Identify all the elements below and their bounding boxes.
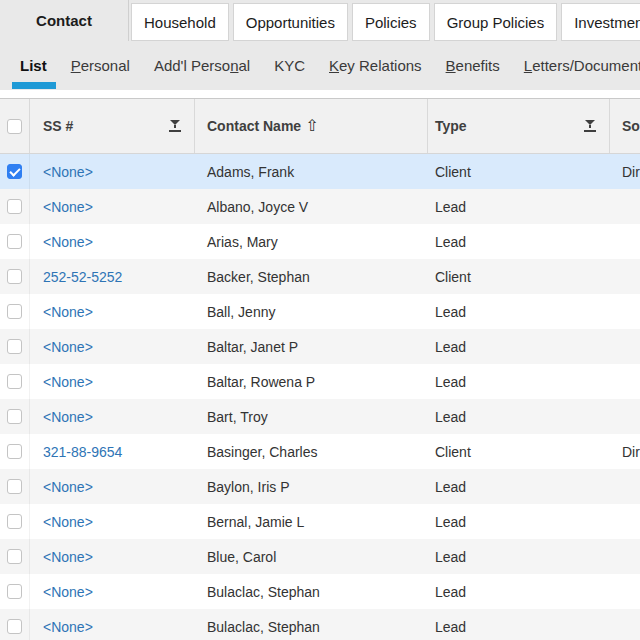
row-checkbox[interactable] — [7, 444, 22, 459]
row-checkbox-cell — [0, 399, 30, 434]
sub-tab-bar: ListPersonalAdd'l PersonalKYCKey Relatio… — [0, 41, 640, 90]
subtab-benefits[interactable]: Benefits — [446, 56, 500, 76]
row-checkbox-cell — [0, 364, 30, 399]
row-checkbox[interactable] — [7, 479, 22, 494]
contact-name-cell: Bulaclac, Stephan — [195, 584, 428, 600]
tab-opportunities[interactable]: Opportunities — [233, 3, 348, 41]
table-row[interactable]: <None>Bulaclac, StephanLead — [0, 574, 640, 609]
contact-name-cell: Adams, Frank — [195, 164, 428, 180]
ssn-link[interactable]: <None> — [43, 549, 93, 565]
ssn-link[interactable]: 321-88-9654 — [43, 444, 122, 460]
table-body: <None>Adams, FrankClientDirect<None>Alba… — [0, 154, 640, 640]
ssn-cell: <None> — [30, 374, 195, 390]
type-cell: Lead — [428, 339, 610, 355]
table-row[interactable]: <None>Ball, JennyLead — [0, 294, 640, 329]
tab-investment-accounts[interactable]: Investment Accounts — [561, 3, 640, 41]
contact-name-cell: Basinger, Charles — [195, 444, 428, 460]
table-row[interactable]: <None>Baltar, Janet PLead — [0, 329, 640, 364]
ssn-link[interactable]: 252-52-5252 — [43, 269, 122, 285]
table-row[interactable]: <None>Albano, Joyce VLead — [0, 189, 640, 224]
ssn-cell: <None> — [30, 199, 195, 215]
table-row[interactable]: <None>Bart, TroyLead — [0, 399, 640, 434]
contact-list-screen: ContactHouseholdOpportunitiesPoliciesGro… — [0, 0, 640, 640]
row-checkbox[interactable] — [7, 514, 22, 529]
subtab-personal[interactable]: Personal — [71, 56, 130, 76]
column-header-contact-name-label: Contact Name — [207, 118, 301, 134]
table-row[interactable]: <None>Baltar, Rowena PLead — [0, 364, 640, 399]
column-header-source[interactable]: Source — [610, 99, 640, 153]
ssn-link[interactable]: <None> — [43, 409, 93, 425]
column-header-contact-name[interactable]: Contact Name ⇧ — [195, 99, 428, 153]
subtab-list[interactable]: List — [20, 56, 47, 76]
row-checkbox[interactable] — [7, 339, 22, 354]
table-row[interactable]: <None>Arias, MaryLead — [0, 224, 640, 259]
type-cell: Lead — [428, 584, 610, 600]
ssn-link[interactable]: <None> — [43, 199, 93, 215]
ssn-link[interactable]: <None> — [43, 619, 93, 635]
type-cell: Lead — [428, 549, 610, 565]
row-checkbox-cell — [0, 224, 30, 259]
tab-household[interactable]: Household — [131, 3, 229, 41]
row-checkbox[interactable] — [7, 619, 22, 634]
contact-name-cell: Ball, Jenny — [195, 304, 428, 320]
row-checkbox-cell — [0, 574, 30, 609]
ssn-link[interactable]: <None> — [43, 374, 93, 390]
contact-name-cell: Albano, Joyce V — [195, 199, 428, 215]
ssn-link[interactable]: <None> — [43, 234, 93, 250]
row-checkbox[interactable] — [7, 304, 22, 319]
column-header-ssn[interactable]: SS # — [30, 99, 195, 153]
ssn-cell: <None> — [30, 549, 195, 565]
select-all-checkbox[interactable] — [7, 119, 22, 134]
type-cell: Lead — [428, 479, 610, 495]
row-checkbox[interactable] — [7, 409, 22, 424]
row-checkbox[interactable] — [7, 584, 22, 599]
table-row[interactable]: <None>Bernal, Jamie LLead — [0, 504, 640, 539]
row-checkbox[interactable] — [7, 374, 22, 389]
type-cell: Lead — [428, 374, 610, 390]
row-checkbox-cell — [0, 154, 30, 189]
funnel-filter-icon[interactable] — [169, 120, 181, 132]
row-checkbox-cell — [0, 469, 30, 504]
subtab-add-l-personal[interactable]: Add'l Personal — [154, 56, 250, 76]
ssn-link[interactable]: <None> — [43, 584, 93, 600]
ssn-link[interactable]: <None> — [43, 479, 93, 495]
ssn-cell: 321-88-9654 — [30, 444, 195, 460]
row-checkbox[interactable] — [7, 164, 22, 179]
type-cell: Client — [428, 444, 610, 460]
table-row[interactable]: <None>Baylon, Iris PLead — [0, 469, 640, 504]
ssn-link[interactable]: <None> — [43, 339, 93, 355]
funnel-filter-icon[interactable] — [584, 120, 596, 132]
ssn-link[interactable]: <None> — [43, 304, 93, 320]
contacts-table: SS # Contact Name ⇧ Type Source <None>Ad… — [0, 98, 640, 640]
table-row[interactable]: 321-88-9654Basinger, CharlesClientDirect — [0, 434, 640, 469]
row-checkbox[interactable] — [7, 269, 22, 284]
column-header-source-label: Source — [622, 118, 640, 134]
type-cell: Lead — [428, 234, 610, 250]
table-row[interactable]: <None>Adams, FrankClientDirect — [0, 154, 640, 189]
type-cell: Lead — [428, 409, 610, 425]
ssn-link[interactable]: <None> — [43, 514, 93, 530]
table-row[interactable]: 252-52-5252Backer, StephanClient — [0, 259, 640, 294]
ssn-cell: <None> — [30, 584, 195, 600]
type-cell: Lead — [428, 199, 610, 215]
row-checkbox-cell — [0, 609, 30, 640]
row-checkbox[interactable] — [7, 549, 22, 564]
row-checkbox[interactable] — [7, 199, 22, 214]
column-header-type[interactable]: Type — [428, 99, 610, 153]
ssn-cell: <None> — [30, 619, 195, 635]
subtab-key-relations[interactable]: Key Relations — [329, 56, 422, 76]
ssn-cell: <None> — [30, 304, 195, 320]
subtab-letters-documents[interactable]: Letters/Documents — [524, 56, 640, 76]
source-cell: Direct — [610, 444, 640, 460]
tab-contact[interactable]: Contact — [0, 0, 129, 41]
table-row[interactable]: <None>Blue, CarolLead — [0, 539, 640, 574]
subtab-kyc[interactable]: KYC — [274, 56, 305, 76]
ssn-link[interactable]: <None> — [43, 164, 93, 180]
tab-group-policies[interactable]: Group Policies — [434, 3, 558, 41]
table-row[interactable]: <None>Bulaclac, StephanLead — [0, 609, 640, 640]
row-checkbox-cell — [0, 189, 30, 224]
row-checkbox[interactable] — [7, 234, 22, 249]
tab-policies[interactable]: Policies — [352, 3, 430, 41]
ssn-cell: <None> — [30, 479, 195, 495]
sort-ascending-icon: ⇧ — [305, 118, 318, 134]
